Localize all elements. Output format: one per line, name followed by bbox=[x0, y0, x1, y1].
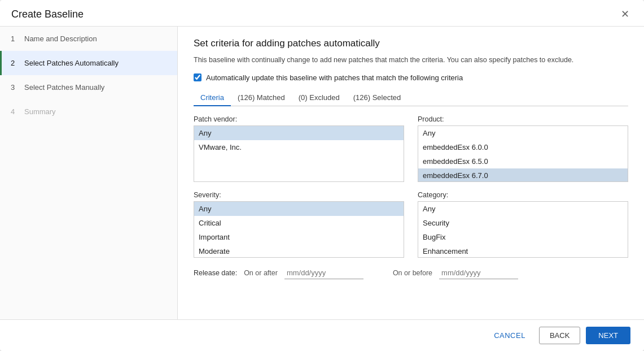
auto-update-checkbox-label: Automatically update this baseline with … bbox=[206, 73, 463, 82]
step-3-number: 3 bbox=[11, 83, 20, 92]
patch-vendor-group: Patch vendor: Any VMware, Inc. bbox=[194, 115, 404, 182]
on-or-before-label: On or before bbox=[393, 269, 432, 277]
close-button[interactable]: ✕ bbox=[617, 8, 633, 20]
product-listbox[interactable]: Any embeddedEsx 6.0.0 embeddedEsx 6.5.0 … bbox=[418, 125, 628, 182]
step-4-number: 4 bbox=[11, 107, 20, 116]
create-baseline-modal: Create Baseline ✕ 1 Name and Description… bbox=[0, 0, 644, 351]
release-date-row: Release date: On or after On or before bbox=[194, 267, 628, 279]
category-security[interactable]: Security bbox=[418, 216, 628, 230]
sidebar-item-summary: 4 Summary bbox=[0, 99, 177, 124]
section-description: This baseline with continually change to… bbox=[194, 55, 628, 66]
modal-body: 1 Name and Description 2 Select Patches … bbox=[0, 27, 644, 319]
next-button[interactable]: NEXT bbox=[586, 327, 630, 344]
vendor-any[interactable]: Any bbox=[194, 126, 404, 140]
sidebar-item-label-3: Select Patches Manually bbox=[24, 83, 104, 92]
tab-matched[interactable]: (126) Matched bbox=[231, 90, 292, 106]
modal-footer: CANCEL BACK NEXT bbox=[0, 319, 644, 351]
step-1-number: 1 bbox=[11, 34, 20, 43]
category-any[interactable]: Any bbox=[418, 202, 628, 216]
severity-label: Severity: bbox=[194, 191, 404, 199]
tab-criteria[interactable]: Criteria bbox=[194, 90, 231, 106]
category-bugfix[interactable]: BugFix bbox=[418, 230, 628, 244]
sidebar-item-label-4: Summary bbox=[24, 107, 56, 116]
severity-listbox[interactable]: Any Critical Important Moderate bbox=[194, 201, 404, 258]
release-date-label: Release date: bbox=[194, 269, 237, 277]
category-enhancement[interactable]: Enhancement bbox=[418, 244, 628, 258]
tab-excluded[interactable]: (0) Excluded bbox=[292, 90, 347, 106]
modal-title: Create Baseline bbox=[11, 8, 84, 20]
main-content: Set criteria for adding patches automati… bbox=[178, 27, 644, 319]
cancel-button[interactable]: CANCEL bbox=[486, 327, 533, 344]
category-label: Category: bbox=[418, 191, 628, 199]
auto-update-checkbox-row: Automatically update this baseline with … bbox=[194, 73, 628, 82]
category-listbox[interactable]: Any Security BugFix Enhancement bbox=[418, 201, 628, 258]
sidebar-item-select-patches-manual[interactable]: 3 Select Patches Manually bbox=[0, 75, 177, 99]
product-any[interactable]: Any bbox=[418, 126, 628, 140]
vendor-product-row: Patch vendor: Any VMware, Inc. Product: … bbox=[194, 115, 628, 182]
product-esx60[interactable]: embeddedEsx 6.0.0 bbox=[418, 140, 628, 154]
severity-group: Severity: Any Critical Important Moderat… bbox=[194, 191, 404, 258]
sidebar-item-label-1: Name and Description bbox=[24, 34, 97, 43]
product-esx67[interactable]: embeddedEsx 6.7.0 bbox=[418, 168, 628, 182]
on-or-after-label: On or after bbox=[244, 269, 278, 277]
product-esx65[interactable]: embeddedEsx 6.5.0 bbox=[418, 154, 628, 168]
patch-vendor-listbox[interactable]: Any VMware, Inc. bbox=[194, 125, 404, 182]
sidebar: 1 Name and Description 2 Select Patches … bbox=[0, 27, 178, 319]
severity-category-row: Severity: Any Critical Important Moderat… bbox=[194, 191, 628, 258]
section-title: Set criteria for adding patches automati… bbox=[194, 38, 628, 49]
product-label: Product: bbox=[418, 115, 628, 123]
step-2-number: 2 bbox=[11, 59, 20, 67]
severity-any[interactable]: Any bbox=[194, 202, 404, 216]
tab-selected[interactable]: (126) Selected bbox=[347, 90, 408, 106]
sidebar-item-select-patches-auto[interactable]: 2 Select Patches Automatically bbox=[0, 51, 177, 75]
back-button[interactable]: BACK bbox=[539, 327, 580, 344]
on-or-before-input[interactable] bbox=[439, 267, 518, 279]
on-or-after-input[interactable] bbox=[284, 267, 363, 279]
category-group: Category: Any Security BugFix Enhancemen… bbox=[418, 191, 628, 258]
criteria-tabs: Criteria (126) Matched (0) Excluded (126… bbox=[194, 90, 628, 106]
auto-update-checkbox[interactable] bbox=[194, 73, 201, 81]
severity-critical[interactable]: Critical bbox=[194, 216, 404, 230]
modal-header: Create Baseline ✕ bbox=[0, 0, 644, 27]
sidebar-item-name-description[interactable]: 1 Name and Description bbox=[0, 27, 177, 51]
sidebar-item-label-2: Select Patches Automatically bbox=[24, 59, 119, 67]
severity-important[interactable]: Important bbox=[194, 230, 404, 244]
patch-vendor-label: Patch vendor: bbox=[194, 115, 404, 123]
product-group: Product: Any embeddedEsx 6.0.0 embeddedE… bbox=[418, 115, 628, 182]
vendor-vmware[interactable]: VMware, Inc. bbox=[194, 140, 404, 154]
severity-moderate[interactable]: Moderate bbox=[194, 244, 404, 258]
